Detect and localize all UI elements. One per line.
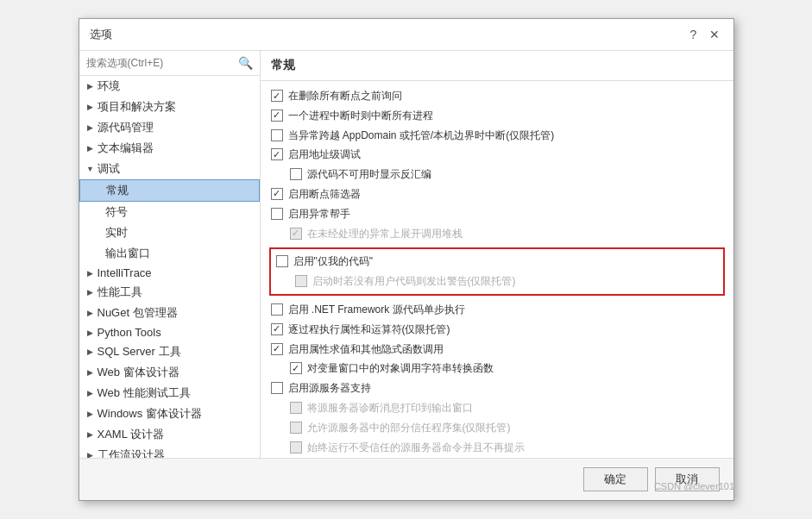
- checkbox-s4[interactable]: [271, 148, 283, 160]
- tree-item-label: NuGet 包管理器: [98, 305, 178, 321]
- tree-item-label: Python Tools: [98, 326, 161, 339]
- tree-item-label: 文本编辑器: [98, 141, 154, 156]
- setting-item-s4: 启用地址级调试: [269, 145, 725, 165]
- collapse-icon: [86, 410, 95, 418]
- tree-item-debug[interactable]: 调试: [79, 159, 260, 179]
- tree-item-workflow[interactable]: 工作流设计器: [79, 445, 260, 458]
- tree-item-debug-general[interactable]: 常规: [79, 179, 260, 202]
- right-panel: 常规 在删除所有断点之前询问 一个进程中断时则中断所有进程 当异常跨越 AppD…: [261, 51, 733, 458]
- search-icon: 🔍: [238, 56, 253, 70]
- checkbox-s9[interactable]: [276, 255, 288, 267]
- checkbox-s10[interactable]: [295, 275, 307, 287]
- checkbox-s1[interactable]: [271, 90, 283, 102]
- watermark: CSDN @clever101: [654, 481, 734, 491]
- tree-item-intellitrace[interactable]: IntelliTrace: [79, 264, 260, 282]
- setting-label-s12: 逐过程执行属性和运算符(仅限托管): [288, 322, 450, 337]
- tree-item-label: 常规: [106, 184, 129, 197]
- highlight-group: 启用"仅我的代码" 启动时若没有用户代码则发出警告(仅限托管): [269, 247, 725, 296]
- setting-label-s7: 启用异常帮手: [288, 207, 350, 222]
- setting-label-s3: 当异常跨越 AppDomain 或托管/本机边界时中断(仅限托管): [288, 128, 555, 143]
- tree-item-windowsdesigner[interactable]: Windows 窗体设计器: [79, 403, 260, 424]
- checkbox-s14[interactable]: [290, 362, 302, 374]
- setting-label-s13: 启用属性求值和其他隐式函数调用: [288, 342, 444, 357]
- checkbox-s3[interactable]: [271, 129, 283, 141]
- dialog-footer: 确定 取消: [79, 458, 733, 500]
- tree-item-label: 项目和解决方案: [98, 99, 176, 115]
- dialog-title: 选项: [90, 27, 112, 42]
- setting-item-s18: 始终运行不受信任的源服务器命令并且不再提示: [269, 438, 725, 458]
- tree-item-source[interactable]: 源代码管理: [79, 117, 260, 138]
- setting-item-s1: 在删除所有断点之前询问: [269, 86, 725, 106]
- tree-item-label: XAML 设计器: [98, 427, 165, 442]
- collapse-icon: [86, 347, 95, 356]
- checkbox-s11[interactable]: [271, 303, 283, 316]
- setting-label-s17: 允许源服务器中的部分信任程序集(仅限托管): [307, 421, 511, 435]
- setting-label-s16: 将源服务器诊断消息打印到输出窗口: [307, 401, 473, 416]
- tree-item-label: 性能工具: [98, 285, 142, 300]
- setting-item-s9: 启用"仅我的代码": [274, 252, 720, 272]
- collapse-icon: [86, 430, 95, 439]
- tree-item-webdesigner[interactable]: Web 窗体设计器: [79, 362, 260, 383]
- tree-item-debug-realtime[interactable]: 实时: [79, 222, 260, 243]
- search-box: 🔍: [79, 51, 260, 76]
- close-button[interactable]: ✕: [706, 26, 723, 43]
- tree-item-label: SQL Server 工具: [98, 344, 181, 360]
- tree-item-label: 环境: [98, 78, 120, 94]
- checkbox-s2[interactable]: [271, 109, 283, 122]
- setting-item-s15: 启用源服务器支持: [269, 378, 725, 398]
- checkbox-s13[interactable]: [271, 343, 283, 355]
- collapse-icon: [86, 309, 95, 317]
- checkbox-s8[interactable]: [290, 228, 302, 240]
- checkbox-s12[interactable]: [271, 323, 283, 335]
- setting-label-s8: 在未经处理的异常上展开调用堆栈: [307, 227, 463, 241]
- tree-item-perftool[interactable]: 性能工具: [79, 282, 260, 303]
- collapse-icon: [86, 389, 95, 397]
- tree-container: 环境 项目和解决方案 源代码管理 文本编辑器: [79, 76, 260, 458]
- checkbox-s7[interactable]: [271, 208, 283, 220]
- dialog-content: 🔍 环境 项目和解决方案 源代码管理: [79, 51, 733, 458]
- tree-item-webperf[interactable]: Web 性能测试工具: [79, 383, 260, 403]
- tree-item-pythontools[interactable]: Python Tools: [79, 323, 260, 341]
- setting-item-s12: 逐过程执行属性和运算符(仅限托管): [269, 320, 725, 340]
- tree-item-label: IntelliTrace: [98, 266, 152, 279]
- tree-item-project[interactable]: 项目和解决方案: [79, 97, 260, 117]
- left-panel: 🔍 环境 项目和解决方案 源代码管理: [79, 51, 261, 458]
- setting-item-s3: 当异常跨越 AppDomain 或托管/本机边界时中断(仅限托管): [269, 126, 725, 146]
- tree-item-label: Windows 窗体设计器: [98, 406, 202, 422]
- collapse-icon: [86, 123, 95, 132]
- setting-item-s7: 启用异常帮手: [269, 204, 725, 224]
- search-input[interactable]: [86, 57, 235, 69]
- collapse-icon: [86, 165, 95, 173]
- setting-label-s1: 在删除所有断点之前询问: [288, 89, 402, 103]
- ok-button[interactable]: 确定: [583, 467, 648, 491]
- tree-item-nuget[interactable]: NuGet 包管理器: [79, 303, 260, 323]
- setting-label-s14: 对变量窗口中的对象调用字符串转换函数: [307, 361, 494, 376]
- options-dialog: 选项 ? ✕ 🔍 环境 项目和解决方案: [79, 18, 734, 501]
- tree-item-label: 工作流设计器: [98, 447, 165, 458]
- checkbox-s18[interactable]: [290, 441, 302, 453]
- collapse-icon: [86, 451, 95, 458]
- setting-item-s13: 启用属性求值和其他隐式函数调用: [269, 340, 725, 360]
- tree-item-sqlserver[interactable]: SQL Server 工具: [79, 341, 260, 362]
- tree-item-texteditor[interactable]: 文本编辑器: [79, 138, 260, 159]
- tree-item-env[interactable]: 环境: [79, 76, 260, 97]
- checkbox-s5[interactable]: [290, 168, 302, 180]
- checkbox-s15[interactable]: [271, 382, 283, 394]
- help-button[interactable]: ?: [685, 26, 702, 43]
- tree-item-debug-symbol[interactable]: 符号: [79, 202, 260, 222]
- collapse-icon: [86, 269, 95, 278]
- collapse-icon: [86, 144, 95, 153]
- tree-item-debug-output[interactable]: 输出窗口: [79, 243, 260, 264]
- setting-label-s15: 启用源服务器支持: [288, 381, 371, 396]
- collapse-icon: [86, 328, 95, 337]
- tree-item-label: 输出窗口: [105, 247, 150, 260]
- checkbox-s6[interactable]: [271, 188, 283, 200]
- tree-item-label: 调试: [98, 161, 120, 177]
- tree-item-label: Web 性能测试工具: [98, 385, 191, 401]
- setting-item-s5: 源代码不可用时显示反汇编: [269, 165, 725, 184]
- checkbox-s17[interactable]: [290, 422, 302, 434]
- checkbox-s16[interactable]: [290, 402, 302, 414]
- tree-item-xaml[interactable]: XAML 设计器: [79, 424, 260, 445]
- tree-item-label: Web 窗体设计器: [98, 365, 179, 380]
- title-bar: 选项 ? ✕: [79, 19, 733, 51]
